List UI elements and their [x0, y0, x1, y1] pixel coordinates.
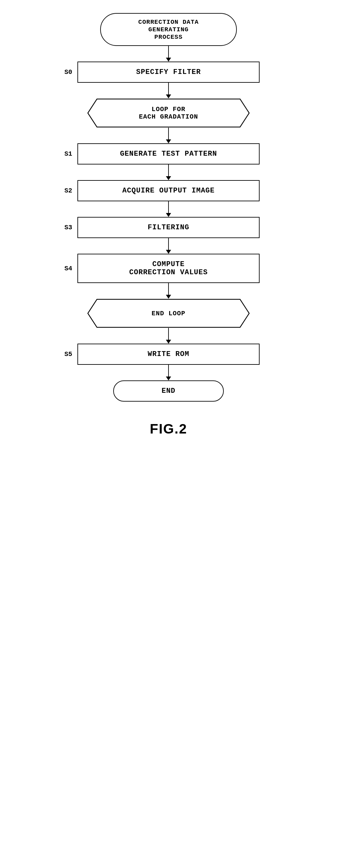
s3-row: S3 FILTERING: [55, 217, 282, 238]
s1-row: S1 GENERATE TEST PATTERN: [55, 143, 282, 164]
arrow-line: [168, 46, 169, 58]
flowchart: CORRECTION DATA GENERATING PROCESS S0 SP…: [55, 13, 282, 437]
arrow-head: [166, 140, 171, 143]
arrow-4: [162, 164, 175, 180]
end-node-row: END: [55, 380, 282, 402]
arrow-8: [162, 328, 175, 344]
loop-end-row: END LOOP: [55, 299, 282, 328]
arrow-head: [166, 340, 171, 344]
s0-label: S0: [64, 68, 72, 76]
end-node-text: END: [162, 387, 176, 395]
arrow-line: [168, 83, 169, 94]
arrow-line: [168, 238, 169, 250]
s3-text: FILTERING: [148, 223, 189, 231]
start-node: CORRECTION DATA GENERATING PROCESS: [100, 13, 237, 46]
arrow-head: [166, 295, 171, 299]
s2-row: S2 ACQUIRE OUTPUT IMAGE: [55, 180, 282, 201]
loop-end-node: END LOOP: [87, 299, 250, 328]
s4-text: COMPUTE CORRECTION VALUES: [129, 260, 207, 277]
s5-label: S5: [64, 350, 72, 358]
arrow-line: [168, 128, 169, 140]
arrow-line: [168, 328, 169, 340]
arrow-head: [166, 94, 171, 98]
s1-label: S1: [64, 150, 72, 158]
s5-row: S5 WRITE ROM: [55, 344, 282, 365]
loop-end-text: END LOOP: [151, 310, 186, 317]
s0-node: SPECIFY FILTER: [77, 62, 260, 83]
s0-row: S0 SPECIFY FILTER: [55, 62, 282, 83]
arrow-line: [168, 283, 169, 295]
s3-node: FILTERING: [77, 217, 260, 238]
arrow-head: [166, 250, 171, 254]
start-node-text: CORRECTION DATA GENERATING PROCESS: [138, 19, 199, 41]
s5-text: WRITE ROM: [148, 350, 189, 358]
s3-label: S3: [64, 224, 72, 231]
s1-text: GENERATE TEST PATTERN: [120, 150, 217, 158]
loop-start-node: LOOP FOR EACH GRADATION: [87, 98, 250, 128]
loop-start-row: LOOP FOR EACH GRADATION: [55, 98, 282, 128]
end-node: END: [113, 380, 224, 402]
arrow-line: [168, 201, 169, 213]
arrow-6: [162, 238, 175, 254]
s4-node: COMPUTE CORRECTION VALUES: [77, 254, 260, 283]
start-node-row: CORRECTION DATA GENERATING PROCESS: [55, 13, 282, 46]
arrow-5: [162, 201, 175, 217]
s2-text: ACQUIRE OUTPUT IMAGE: [122, 187, 215, 195]
s5-node: WRITE ROM: [77, 344, 260, 365]
arrow-3: [162, 128, 175, 143]
arrow-head: [166, 213, 171, 217]
s2-label: S2: [64, 187, 72, 194]
s0-text: SPECIFY FILTER: [136, 68, 201, 76]
arrow-9: [162, 365, 175, 380]
loop-start-text: LOOP FOR EACH GRADATION: [139, 105, 198, 121]
arrow-head: [166, 376, 171, 380]
s2-node: ACQUIRE OUTPUT IMAGE: [77, 180, 260, 201]
arrow-1: [162, 46, 175, 62]
s1-node: GENERATE TEST PATTERN: [77, 143, 260, 164]
s4-row: S4 COMPUTE CORRECTION VALUES: [55, 254, 282, 283]
arrow-line: [168, 164, 169, 176]
figure-caption: FIG.2: [149, 421, 187, 437]
arrow-7: [162, 283, 175, 299]
arrow-head: [166, 176, 171, 180]
s4-label: S4: [64, 265, 72, 272]
arrow-2: [162, 83, 175, 98]
arrow-line: [168, 365, 169, 376]
arrow-head: [166, 58, 171, 62]
